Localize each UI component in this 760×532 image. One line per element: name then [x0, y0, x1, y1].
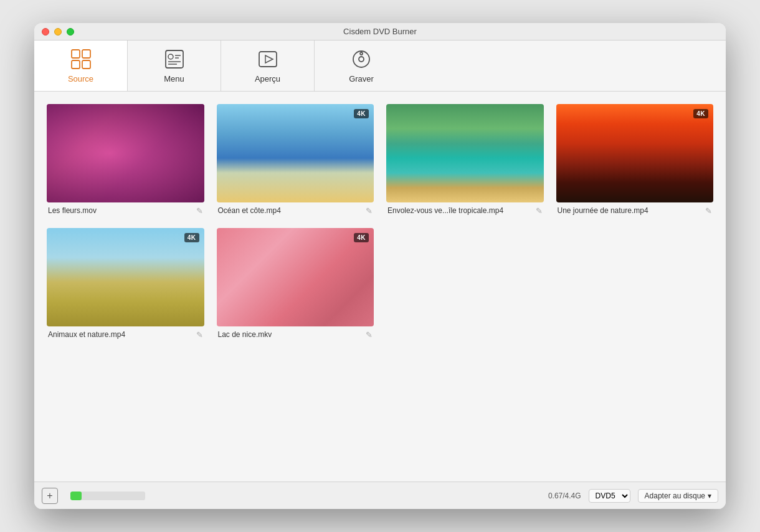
tab-apercu[interactable]: Aperçu	[221, 40, 315, 91]
video-thumbnail[interactable]	[47, 104, 204, 202]
video-name: Lac de nice.mkv	[218, 330, 272, 339]
tab-menu[interactable]: Menu	[128, 40, 221, 91]
toolbar: Source Menu Aperçu	[34, 40, 726, 92]
svg-point-13	[359, 57, 364, 62]
list-item: Les fleurs.mov ✎	[47, 104, 204, 216]
bottom-bar: + 0.67/4.4G DVD5 DVD9 Adapter au disque …	[34, 482, 726, 509]
add-button[interactable]: +	[42, 488, 58, 504]
maximize-button[interactable]	[67, 28, 74, 36]
svg-rect-1	[82, 50, 90, 58]
tab-source-label: Source	[68, 74, 93, 83]
tab-graver[interactable]: Graver	[315, 40, 408, 91]
video-name: Océan et côte.mp4	[218, 206, 281, 215]
tab-source[interactable]: Source	[34, 40, 128, 91]
badge-4k: 4K	[354, 233, 369, 242]
video-info: Une journée de nature.mp4 ✎	[556, 206, 714, 216]
video-name: Les fleurs.mov	[48, 206, 97, 215]
traffic-lights	[42, 28, 74, 36]
video-thumbnail[interactable]: 4K	[47, 228, 204, 326]
content-area: Les fleurs.mov ✎ 4K Océan et côte.mp4 ✎	[34, 92, 726, 482]
dvd-select[interactable]: DVD5 DVD9	[589, 489, 630, 503]
video-thumbnail[interactable]: 4K	[217, 104, 374, 202]
list-item: 4K Lac de nice.mkv ✎	[217, 228, 374, 340]
progress-bar	[70, 492, 145, 500]
edit-icon[interactable]: ✎	[366, 206, 373, 216]
video-thumbnail[interactable]	[386, 104, 544, 202]
video-info: Les fleurs.mov ✎	[47, 206, 204, 216]
svg-rect-2	[72, 60, 80, 69]
adapt-label: Adapter au disque	[645, 492, 705, 500]
video-info: Envolez-vous ve...île tropicale.mp4 ✎	[386, 206, 544, 216]
svg-point-14	[360, 52, 363, 55]
edit-icon[interactable]: ✎	[366, 330, 373, 340]
badge-4k: 4K	[354, 109, 369, 118]
window-title: Cisdem DVD Burner	[343, 27, 417, 36]
svg-point-12	[353, 51, 369, 67]
edit-icon[interactable]: ✎	[536, 206, 543, 216]
svg-rect-10	[259, 52, 277, 67]
svg-point-5	[168, 54, 173, 59]
edit-icon[interactable]: ✎	[705, 206, 712, 216]
tab-apercu-label: Aperçu	[255, 74, 280, 83]
tab-graver-label: Graver	[349, 74, 374, 83]
svg-rect-3	[82, 60, 90, 69]
badge-4k: 4K	[184, 233, 199, 242]
video-info: Animaux et nature.mp4 ✎	[47, 330, 204, 340]
list-item: 4K Océan et côte.mp4 ✎	[217, 104, 374, 216]
list-item: Envolez-vous ve...île tropicale.mp4 ✎	[386, 104, 544, 216]
video-thumbnail[interactable]: 4K	[217, 228, 374, 326]
video-name: Animaux et nature.mp4	[48, 330, 125, 339]
chevron-down-icon: ▾	[708, 492, 711, 500]
list-item: 4K Animaux et nature.mp4 ✎	[47, 228, 204, 340]
edit-icon[interactable]: ✎	[196, 206, 203, 216]
video-thumbnail[interactable]: 4K	[556, 104, 714, 202]
adapt-button[interactable]: Adapter au disque ▾	[638, 489, 718, 503]
svg-rect-0	[72, 50, 80, 58]
minimize-button[interactable]	[54, 28, 62, 36]
tab-menu-label: Menu	[164, 74, 184, 83]
svg-marker-11	[265, 55, 273, 63]
edit-icon[interactable]: ✎	[196, 330, 203, 340]
list-item: 4K Une journée de nature.mp4 ✎	[556, 104, 714, 216]
badge-4k: 4K	[693, 109, 708, 118]
video-grid: Les fleurs.mov ✎ 4K Océan et côte.mp4 ✎	[47, 104, 713, 340]
disk-info: 0.67/4.4G	[548, 492, 581, 500]
title-bar: Cisdem DVD Burner	[34, 23, 726, 40]
app-window: Cisdem DVD Burner Source Menu	[34, 23, 726, 509]
close-button[interactable]	[42, 28, 49, 36]
video-name: Envolez-vous ve...île tropicale.mp4	[387, 206, 503, 215]
progress-bar-fill	[70, 492, 82, 500]
video-name: Une journée de nature.mp4	[558, 206, 648, 215]
video-info: Lac de nice.mkv ✎	[217, 330, 374, 340]
svg-rect-4	[166, 50, 183, 68]
video-info: Océan et côte.mp4 ✎	[217, 206, 374, 216]
